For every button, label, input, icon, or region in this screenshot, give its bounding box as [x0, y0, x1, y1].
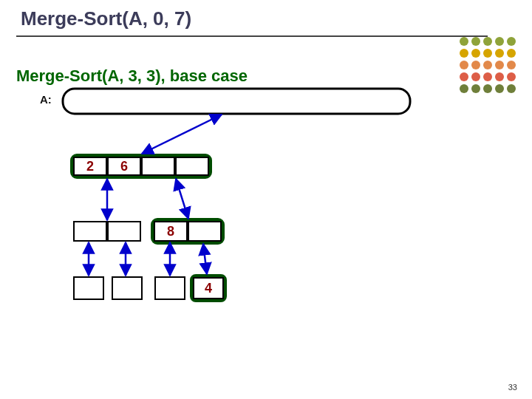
- svg-rect-4: [176, 157, 208, 175]
- svg-rect-10: [191, 276, 225, 301]
- leaf-1: [112, 277, 142, 299]
- leaf-3-value: 4: [205, 281, 212, 296]
- level2-cell-0: 8: [167, 224, 174, 239]
- svg-rect-8: [154, 222, 187, 241]
- title-underline: [16, 35, 488, 37]
- svg-rect-1: [74, 157, 106, 175]
- page-number: 33: [508, 383, 517, 392]
- array-capsule: [63, 89, 410, 114]
- svg-rect-11: [194, 278, 223, 299]
- level1-cell-1: 6: [120, 159, 128, 174]
- svg-rect-5: [74, 222, 106, 241]
- level2-right-group: 8: [152, 219, 223, 243]
- level1-group: 2 6: [72, 155, 211, 177]
- level1-cell-0: 2: [86, 159, 94, 174]
- svg-rect-3: [142, 157, 174, 175]
- decoration-dot-grid: [460, 37, 516, 93]
- svg-rect-2: [108, 157, 140, 175]
- array-label: A:: [40, 93, 52, 106]
- arrows: [89, 115, 222, 276]
- leaf-3-highlight: 4: [191, 276, 225, 301]
- svg-rect-9: [188, 222, 221, 241]
- slide-subtitle: Merge-Sort(A, 3, 3), base case: [16, 66, 248, 86]
- slide-title: Merge-Sort(A, 0, 7): [21, 7, 191, 30]
- diagram-svg: 2 6 8 4: [0, 0, 532, 399]
- svg-rect-0: [72, 155, 211, 177]
- svg-line-14: [176, 179, 188, 219]
- leaf-2: [155, 277, 185, 299]
- svg-line-18: [203, 244, 207, 274]
- svg-rect-6: [108, 222, 140, 241]
- leaf-0: [74, 277, 103, 299]
- svg-line-12: [142, 115, 222, 154]
- svg-rect-7: [152, 219, 223, 243]
- level2-left-group: [74, 222, 140, 241]
